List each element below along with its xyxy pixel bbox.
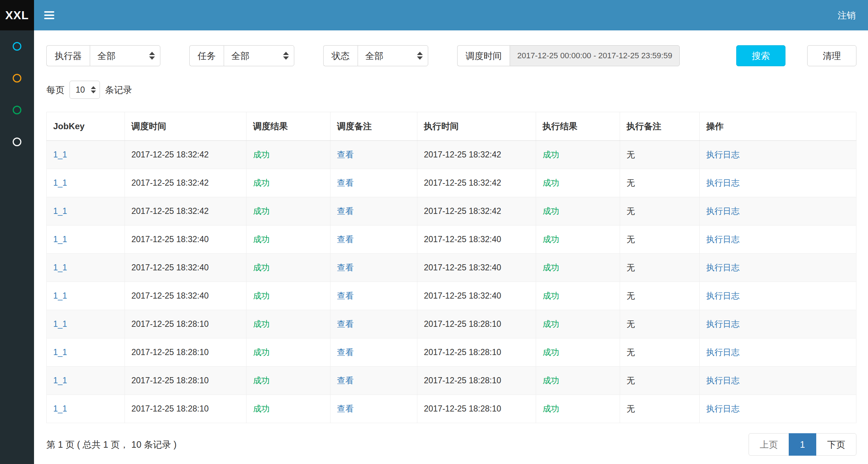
sidebar-toggle-button[interactable] xyxy=(34,0,64,30)
handle-result-cell: 成功 xyxy=(536,395,620,423)
trigger-msg-link[interactable]: 查看 xyxy=(337,263,354,272)
trigger-time-cell: 2017-12-25 18:32:42 xyxy=(125,169,247,197)
jobkey-link[interactable]: 1_1 xyxy=(53,206,67,216)
trigger-time-cell: 2017-12-25 18:32:40 xyxy=(125,282,247,310)
job-select-value: 全部 xyxy=(231,50,249,62)
trigger-msg-link[interactable]: 查看 xyxy=(337,291,354,300)
trigger-result-cell: 成功 xyxy=(247,254,330,282)
logout-link[interactable]: 注销 xyxy=(825,0,868,30)
trigger-time-cell: 2017-12-25 18:32:42 xyxy=(125,197,247,225)
next-page-button[interactable]: 下页 xyxy=(816,433,856,456)
exec-log-link[interactable]: 执行日志 xyxy=(706,150,740,159)
handle-time-cell: 2017-12-25 18:32:40 xyxy=(417,254,536,282)
handle-result-cell: 成功 xyxy=(536,310,620,338)
handle-msg-cell: 无 xyxy=(620,367,700,395)
executor-select[interactable]: 全部 xyxy=(90,45,160,66)
sidebar xyxy=(0,30,34,464)
trigger-time-cell: 2017-12-25 18:28:10 xyxy=(125,338,247,367)
trigger-result-cell: 成功 xyxy=(247,338,330,367)
sidebar-item-2[interactable] xyxy=(0,62,34,94)
trigger-msg-link[interactable]: 查看 xyxy=(337,376,354,385)
select-arrows-icon xyxy=(149,52,155,60)
executor-select-value: 全部 xyxy=(97,50,115,62)
handle-time-cell: 2017-12-25 18:28:10 xyxy=(417,367,536,395)
status-select[interactable]: 全部 xyxy=(358,45,428,66)
exec-log-link[interactable]: 执行日志 xyxy=(706,263,740,272)
trigger-result-cell: 成功 xyxy=(247,395,330,423)
trigger-result-cell: 成功 xyxy=(247,282,330,310)
jobkey-link[interactable]: 1_1 xyxy=(53,235,67,244)
trigger-time-range-input[interactable]: 2017-12-25 00:00:00 - 2017-12-25 23:59:5… xyxy=(510,45,680,66)
trigger-result-cell: 成功 xyxy=(247,310,330,338)
circle-icon xyxy=(13,74,21,83)
prev-page-button[interactable]: 上页 xyxy=(749,433,789,456)
trigger-result-cell: 成功 xyxy=(247,197,330,225)
trigger-time-cell: 2017-12-25 18:32:40 xyxy=(125,254,247,282)
sidebar-item-3[interactable] xyxy=(0,94,34,126)
jobkey-link[interactable]: 1_1 xyxy=(53,263,67,272)
trigger-result-cell: 成功 xyxy=(247,169,330,197)
jobkey-link[interactable]: 1_1 xyxy=(53,376,67,385)
trigger-msg-link[interactable]: 查看 xyxy=(337,206,354,216)
app-logo[interactable]: XXL xyxy=(0,0,34,30)
trigger-result-cell: 成功 xyxy=(247,225,330,254)
status-select-value: 全部 xyxy=(365,50,383,62)
pagination-info: 第 1 页 ( 总共 1 页， 10 条记录 ) xyxy=(46,439,177,451)
exec-log-link[interactable]: 执行日志 xyxy=(706,178,740,187)
handle-result-cell: 成功 xyxy=(536,141,620,169)
top-navbar: XXL 注销 xyxy=(0,0,868,30)
table-row: 1_12017-12-25 18:32:42成功查看2017-12-25 18:… xyxy=(47,169,856,197)
main-content: 调度日志 任务调度中心 执行器 全部 任务 全部 状态 全部 调度 xyxy=(34,0,868,464)
trigger-msg-link[interactable]: 查看 xyxy=(337,150,354,159)
navbar-main: 注销 xyxy=(34,0,868,30)
exec-log-link[interactable]: 执行日志 xyxy=(706,235,740,244)
column-header: 调度结果 xyxy=(247,112,330,141)
exec-log-link[interactable]: 执行日志 xyxy=(706,206,740,216)
jobkey-link[interactable]: 1_1 xyxy=(53,347,67,357)
sidebar-item-4[interactable] xyxy=(0,126,34,158)
column-header: JobKey xyxy=(47,112,125,141)
page-size-select[interactable]: 10 xyxy=(69,81,100,99)
job-select[interactable]: 全部 xyxy=(224,45,294,66)
handle-msg-cell: 无 xyxy=(620,338,700,367)
status-filter-group: 状态 全部 xyxy=(323,45,428,66)
executor-filter-label: 执行器 xyxy=(46,45,90,66)
trigger-msg-link[interactable]: 查看 xyxy=(337,235,354,244)
page-size-suffix: 条记录 xyxy=(105,84,132,96)
exec-log-link[interactable]: 执行日志 xyxy=(706,376,740,385)
exec-log-link[interactable]: 执行日志 xyxy=(706,347,740,357)
handle-msg-cell: 无 xyxy=(620,282,700,310)
trigger-msg-link[interactable]: 查看 xyxy=(337,178,354,187)
exec-log-link[interactable]: 执行日志 xyxy=(706,291,740,300)
jobkey-link[interactable]: 1_1 xyxy=(53,291,67,300)
trigger-time-cell: 2017-12-25 18:32:40 xyxy=(125,225,247,254)
handle-time-cell: 2017-12-25 18:32:40 xyxy=(417,282,536,310)
sidebar-menu xyxy=(0,30,34,158)
column-header: 调度备注 xyxy=(330,112,417,141)
circle-icon xyxy=(13,106,21,114)
dispatch-log-table: JobKey调度时间调度结果调度备注执行时间执行结果执行备注操作 1_12017… xyxy=(46,112,856,423)
jobkey-link[interactable]: 1_1 xyxy=(53,319,67,329)
hamburger-icon xyxy=(44,11,54,13)
handle-result-cell: 成功 xyxy=(536,282,620,310)
handle-msg-cell: 无 xyxy=(620,197,700,225)
trigger-msg-link[interactable]: 查看 xyxy=(337,347,354,357)
search-button[interactable]: 搜索 xyxy=(736,45,785,66)
clear-button[interactable]: 清理 xyxy=(807,45,856,66)
handle-result-cell: 成功 xyxy=(536,254,620,282)
column-header: 调度时间 xyxy=(125,112,247,141)
trigger-msg-link[interactable]: 查看 xyxy=(337,319,354,329)
current-page-button[interactable]: 1 xyxy=(789,433,816,456)
trigger-msg-link[interactable]: 查看 xyxy=(337,404,354,413)
jobkey-link[interactable]: 1_1 xyxy=(53,404,67,413)
sidebar-item-1[interactable] xyxy=(0,30,34,62)
page-size-value: 10 xyxy=(76,85,85,95)
table-row: 1_12017-12-25 18:28:10成功查看2017-12-25 18:… xyxy=(47,395,856,423)
log-table-head: JobKey调度时间调度结果调度备注执行时间执行结果执行备注操作 xyxy=(47,112,856,141)
jobkey-link[interactable]: 1_1 xyxy=(53,150,67,159)
trigger-time-cell: 2017-12-25 18:28:10 xyxy=(125,310,247,338)
jobkey-link[interactable]: 1_1 xyxy=(53,178,67,187)
handle-msg-cell: 无 xyxy=(620,141,700,169)
exec-log-link[interactable]: 执行日志 xyxy=(706,319,740,329)
exec-log-link[interactable]: 执行日志 xyxy=(706,404,740,413)
